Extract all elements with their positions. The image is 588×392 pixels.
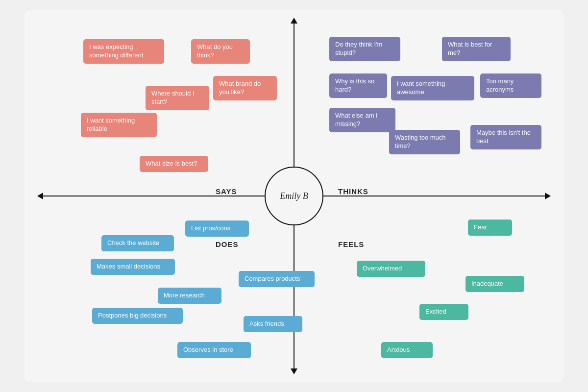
says-card-s1: I was expecting something different [83,39,164,64]
arrow-down-icon [291,368,297,374]
says-label: SAYS [216,187,237,196]
feels-card-f1: Fear [468,220,512,236]
does-card-d6: Postpones big decisions [92,308,183,324]
says-card-s5: I want something reliable [81,113,157,137]
thinks-card-t3: Why is this so hard? [329,74,387,98]
feels-card-f2: Overwhelmed [357,261,425,277]
feels-card-f4: Excited [419,304,468,320]
feels-card-f5: Anxious [381,342,433,358]
does-card-d3: Makes small decisions [91,259,175,275]
feels-card-f3: Inadequate [466,276,524,292]
does-card-d8: Observes in store [177,342,251,358]
thinks-card-t1: Do they think I'm stupid? [329,37,400,61]
arrow-right-icon [545,193,551,199]
does-card-d1: List pros/cons [185,220,249,237]
thinks-card-t4: I want something awesome [391,76,474,100]
does-label: DOES [216,240,239,248]
does-card-d7: Asks friends [244,316,302,332]
thinks-card-t6: What else am I missing? [329,108,395,132]
does-card-d4: Compares products [239,271,315,287]
says-card-s6: What size is best? [140,156,208,172]
thinks-card-t7: Wasting too much time? [389,130,460,154]
thinks-label: THINKS [338,187,368,196]
says-card-s4: What brand do you like? [213,76,277,100]
persona-name: Emily B [280,191,308,201]
empathy-map: Emily B SAYS THINKS DOES FEELS I was exp… [24,10,564,382]
arrow-up-icon [291,18,297,24]
thinks-card-t5: Too many acronyms [480,74,541,98]
says-card-s2: What do you think? [191,39,250,64]
feels-label: FEELS [338,240,364,248]
says-card-s3: Where should I start? [146,86,209,110]
thinks-card-t8: Maybe this isn't the best [470,125,541,149]
does-card-d2: Check the website [101,235,174,251]
does-card-d5: More research [158,288,221,304]
thinks-card-t2: What is best for me? [442,37,511,61]
arrow-left-icon [37,193,43,199]
persona-circle: Emily B [265,167,323,225]
